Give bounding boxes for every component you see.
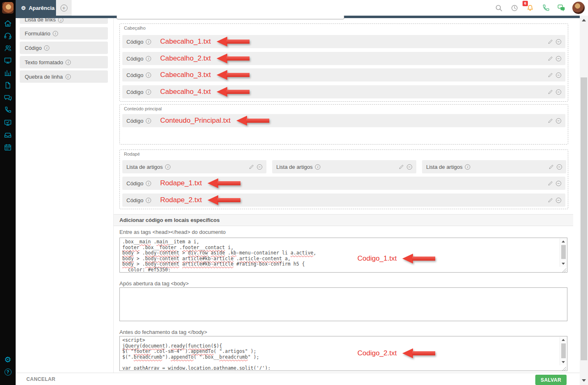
scroll-down-icon[interactable] (582, 379, 586, 382)
edit-pencil-icon[interactable] (548, 164, 554, 170)
textarea-scrollbar[interactable] (560, 337, 567, 365)
remove-icon[interactable] (556, 72, 561, 78)
info-icon[interactable] (146, 118, 151, 124)
headset-icon[interactable] (0, 30, 16, 42)
edit-pencil-icon[interactable] (249, 164, 254, 170)
palette-item-quebra-de-linha[interactable]: Quebra de linha (20, 70, 108, 83)
scroll-up-icon[interactable] (582, 19, 586, 21)
annotation: Rodape_1.txt (160, 178, 240, 188)
builder-row-codigo[interactable]: Código Cabecalho_3.txt (122, 68, 565, 82)
info-icon[interactable] (65, 60, 71, 65)
scroll-down-icon[interactable] (562, 263, 565, 265)
palette-item-texto-formatado[interactable]: Texto formatado (20, 56, 108, 68)
scroll-down-icon[interactable] (562, 361, 565, 363)
head-field-label: Entre as tags <head></head> do documento (119, 229, 226, 235)
builder-row-codigo[interactable]: Código Rodape_2.txt (122, 194, 565, 207)
agents-icon[interactable] (0, 42, 16, 54)
red-arrow-icon (217, 70, 250, 80)
info-icon[interactable] (146, 89, 151, 95)
scroll-thumb[interactable] (561, 245, 566, 259)
user-avatar[interactable] (572, 2, 585, 14)
palette-item-lista-de-links[interactable]: Lista de links (20, 18, 108, 24)
head-code-textarea[interactable]: .box__main .main__item a i,footer .box__… (119, 238, 567, 273)
builder-row-codigo[interactable]: Código Rodape_1.txt (122, 177, 565, 190)
remove-icon[interactable] (556, 181, 561, 186)
remove-icon[interactable] (557, 164, 562, 170)
chat-bubbles-icon[interactable] (557, 3, 566, 12)
builder-row-codigo[interactable]: Código Cabecalho_1.txt (122, 35, 565, 48)
builder-row-codigo[interactable]: Código Conteudo_Principal.txt (122, 114, 565, 127)
textarea-scrollbar[interactable] (560, 238, 567, 267)
home-icon[interactable] (0, 17, 16, 30)
info-icon[interactable] (53, 31, 58, 36)
remove-icon[interactable] (556, 39, 561, 44)
history-clock-icon[interactable] (510, 3, 519, 12)
builder-row-codigo[interactable]: Código Cabecalho_2.txt (122, 52, 565, 65)
resize-grip[interactable] (562, 365, 567, 370)
palette-item-label: Código (25, 45, 42, 51)
palette-item-label: Lista de links (25, 18, 56, 23)
cancel-button[interactable]: CANCELAR (26, 376, 56, 382)
remove-icon[interactable] (556, 198, 561, 203)
scroll-thumb[interactable] (561, 343, 566, 358)
documents-icon[interactable] (0, 79, 16, 91)
body-close-textarea[interactable]: <script>jQuery(document).ready(function(… (119, 336, 567, 371)
palette-item-codigo[interactable]: Código (20, 42, 108, 54)
inbox-icon[interactable] (0, 129, 16, 141)
edit-pencil-icon[interactable] (548, 198, 553, 203)
remove-icon[interactable] (556, 89, 561, 95)
calendar-icon[interactable] (0, 141, 16, 154)
edit-pencil-icon[interactable] (548, 118, 553, 124)
resize-grip[interactable] (562, 267, 567, 272)
edit-pencil-icon[interactable] (548, 56, 553, 61)
scroll-up-icon[interactable] (562, 240, 565, 243)
remote-screen-icon[interactable] (0, 117, 16, 129)
edit-pencil-icon[interactable] (399, 164, 404, 170)
info-icon[interactable] (165, 164, 170, 170)
info-icon[interactable] (146, 72, 151, 78)
edit-pencil-icon[interactable] (548, 72, 553, 78)
remove-icon[interactable] (257, 164, 262, 170)
save-button[interactable]: SALVAR (535, 375, 567, 385)
reports-chart-icon[interactable] (0, 67, 16, 79)
builder-col-lista-de-artigos[interactable]: Lista de artigos (122, 160, 266, 173)
body-open-textarea[interactable] (119, 287, 567, 321)
section-rodape: Rodapé Lista de artigos Lista de artigos… (119, 149, 568, 209)
remove-icon[interactable] (556, 118, 561, 124)
info-icon[interactable] (58, 18, 63, 23)
new-tab-button[interactable] (56, 0, 72, 16)
info-icon[interactable] (146, 198, 151, 203)
info-icon[interactable] (65, 74, 71, 79)
edit-pencil-icon[interactable] (548, 181, 553, 186)
chat-icon[interactable] (0, 91, 16, 104)
edit-pencil-icon[interactable] (548, 39, 553, 44)
notification-bell-icon[interactable]: 6 (525, 3, 534, 12)
remove-icon[interactable] (556, 56, 561, 61)
edit-pencil-icon[interactable] (548, 89, 553, 95)
monitor-icon[interactable] (0, 54, 16, 67)
tab-aparencia[interactable]: Aparência (16, 0, 60, 16)
help-icon[interactable] (0, 366, 16, 378)
remove-icon[interactable] (407, 164, 412, 170)
info-icon[interactable] (146, 56, 151, 61)
palette-item-formulario[interactable]: Formulário (20, 27, 108, 40)
row-label: Código (126, 180, 143, 187)
body-open-field-label: Após abertura da tag <body> (119, 280, 189, 287)
scroll-up-icon[interactable] (562, 339, 565, 341)
info-icon[interactable] (315, 164, 320, 170)
info-icon[interactable] (146, 181, 151, 186)
search-icon[interactable] (494, 3, 503, 12)
brand-logo[interactable] (2, 2, 14, 14)
builder-col-lista-de-artigos[interactable]: Lista de artigos (272, 160, 416, 173)
builder-col-lista-de-artigos[interactable]: Lista de artigos (422, 160, 566, 173)
info-icon[interactable] (146, 39, 151, 44)
settings-gear-icon[interactable]: ⚙ (0, 353, 16, 366)
info-icon[interactable] (465, 164, 470, 170)
phone-icon[interactable] (541, 3, 550, 12)
info-icon[interactable] (44, 45, 49, 51)
scroll-thumb[interactable] (581, 77, 587, 360)
palette-item-label: Texto formatado (25, 59, 63, 65)
phone-icon[interactable] (0, 104, 16, 116)
builder-row-codigo[interactable]: Código Cabecalho_4.txt (122, 85, 565, 98)
page-scrollbar[interactable] (580, 16, 588, 385)
